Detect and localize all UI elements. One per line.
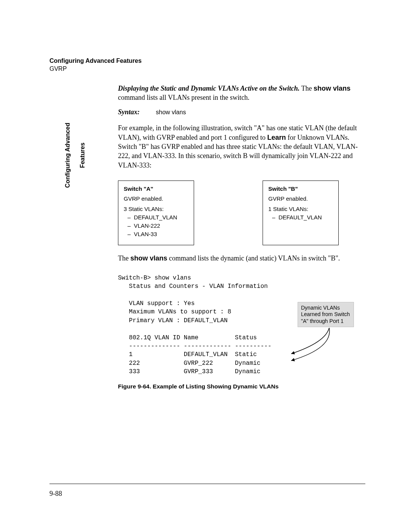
switch-a-vlan1-name: DEFAULT_VLAN [134,214,177,220]
page: Configuring Advanced Features GVRP Confi… [0,0,411,532]
switch-b-header: 1 Static VLANs: [268,205,333,213]
switch-b-vlan1: – DEFAULT_VLAN [272,213,333,222]
cli-l12: 333 GVRP_333 Dynamic [118,368,260,375]
cmd-show-vlans-1: show vlans [314,85,350,92]
cli-l4: VLAN support : Yes [118,300,195,307]
callout-text: Dynamic VLANs Learned from Switch "A" th… [301,305,350,324]
switch-a-title: Switch "A" [124,185,188,193]
intro-paragraph: Displaying the Static and Dynamic VLANs … [118,84,365,102]
result-text-b: command lists the dynamic (and static) V… [167,254,340,262]
switch-a-vlan3-name: VLAN-33 [134,231,157,237]
page-number: 9-88 [49,490,365,498]
cli-l1: Switch-B> show vlans [118,275,191,281]
side-tab-line1: Configuring Advanced [64,123,71,188]
switch-b-box: Switch "B" GVRP enabled. 1 Static VLANs:… [263,181,339,246]
header-title: Configuring Advanced Features [49,57,365,65]
header: Configuring Advanced Features GVRP [49,57,365,73]
intro-heading: Displaying the Static and Dynamic VLANs … [118,85,299,92]
callout-box: Dynamic VLANs Learned from Switch "A" th… [298,302,354,328]
switch-b-enabled: GVRP enabled. [268,195,333,203]
header-subtitle: GVRP [49,65,365,73]
callout-arrows [287,327,348,361]
switch-a-box: Switch "A" GVRP enabled. 3 Static VLANs:… [118,181,194,246]
switch-b-title: Switch "B" [268,185,333,193]
footer-rule [49,484,365,484]
intro-tail: command lists all VLANs present in the s… [118,94,250,101]
cli-l2: Status and Counters - VLAN Information [118,283,268,290]
cli-l6: Primary VLAN : DEFAULT_VLAN [118,317,228,324]
switch-a-header: 3 Static VLANs: [124,205,188,213]
switch-a-enabled: GVRP enabled. [124,195,188,203]
learn-keyword: Learn [267,134,286,141]
cli-output-wrap: Switch-B> show vlans Status and Counters… [118,274,365,376]
switch-b-vlan1-name: DEFAULT_VLAN [279,214,322,220]
switch-a-vlan2: – VLAN-222 [127,222,188,230]
switch-a-vlan2-name: VLAN-222 [134,222,160,229]
figure-caption: Figure 9-64. Example of Listing Showing … [118,383,365,391]
cli-l11: 222 GVRP_222 Dynamic [118,360,260,367]
result-text-a: The [118,254,130,262]
result-paragraph: The show vlans command lists the dynamic… [118,254,365,263]
scenario-paragraph: For example, in the following illustrati… [118,123,365,169]
switch-a-vlan3: – VLAN-33 [127,230,188,238]
switch-diagram: Switch "A" GVRP enabled. 3 Static VLANs:… [118,181,365,246]
cli-l9: -------------- ------------- ---------- [118,343,271,350]
main-content: Displaying the Static and Dynamic VLANs … [118,84,365,391]
intro-rest1: The [299,85,314,92]
cli-l8: 802.1Q VLAN ID Name Status [118,334,257,341]
syntax-row: Syntax: show vlans [118,107,365,117]
page-footer: 9-88 [49,484,365,498]
syntax-command: show vlans [156,109,186,115]
side-tab-line2: Features [79,142,86,168]
cli-l10: 1 DEFAULT_VLAN Static [118,351,257,358]
cli-l5: Maximum VLANs to support : 8 [118,308,231,315]
syntax-label: Syntax: [118,107,154,117]
switch-a-vlan1: – DEFAULT_VLAN [127,213,188,222]
cmd-show-vlans-2: show vlans [130,254,167,262]
